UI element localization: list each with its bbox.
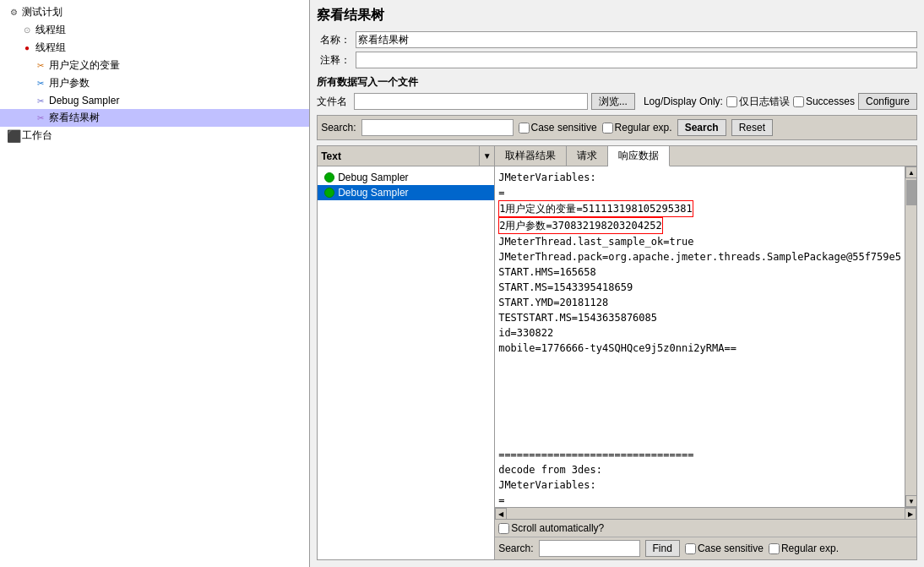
line-17 [498,432,901,447]
list-item-label-0: Debug Sampler [338,172,408,183]
tree-item-plan[interactable]: ⚙ 测试计划 [0,3,309,21]
tree-label-threadgroup1: 线程组 [35,23,66,37]
reset-button[interactable]: Reset [731,119,773,136]
errors-checkbox[interactable] [726,96,737,107]
comment-label: 注释： [317,53,351,68]
vertical-scrollbar[interactable]: ▲ ▼ [905,166,916,507]
line-9: TESTSTART.MS=1543635876085 [498,310,901,325]
threadgroup1-icon: ⊙ [20,24,34,37]
name-input[interactable] [356,31,917,48]
browse-button[interactable]: 浏览... [591,93,635,110]
scroll-left-btn[interactable]: ◀ [495,508,507,520]
highlight-line-3: 2用户参数=370832198203204252 [498,217,663,234]
case-sensitive-label[interactable]: Case sensitive [519,122,597,134]
line-4: JMeterThread.last_sample_ok=true [498,234,901,249]
line-3: 2用户参数=370832198203204252 [498,217,901,234]
line-20: JMeterVariables: [498,477,901,493]
h-scroll-track[interactable] [507,508,905,519]
green-dot-0 [324,172,334,183]
detail-panel: 取样器结果 请求 响应数据 JMeterVariables: = 1用户定义的变… [495,146,916,559]
list-header: Text ▼ [318,146,494,166]
tree-item-workbench[interactable]: ⬛ 工作台 [0,127,309,144]
errors-checkbox-label[interactable]: 仅日志错误 [726,95,790,109]
list-header-dropdown[interactable]: ▼ [479,146,494,166]
tab-response-data[interactable]: 响应数据 [608,146,670,166]
bottom-search-label: Search: [498,542,533,554]
successes-label: Successes [806,95,855,107]
file-input[interactable] [354,93,588,110]
case-sensitive-text: Case sensitive [531,122,597,134]
gear-icon: ⚙ [7,6,20,19]
threadgroup2-icon: ● [20,41,34,55]
bottom-bar: Scroll automatically? [495,519,916,537]
scroll-track[interactable] [905,178,916,495]
find-button[interactable]: Find [645,540,680,557]
search-button[interactable]: Search [677,119,726,136]
successes-checkbox-label[interactable]: Successes [793,95,855,107]
list-header-text: Text [318,150,479,162]
line-7: START.MS=1543395418659 [498,280,901,295]
tree-item-debugsampler[interactable]: ✂ Debug Sampler [0,92,309,109]
list-item-label-1: Debug Sampler [338,187,408,199]
comment-input[interactable] [356,52,917,68]
bottom-case-sensitive-text: Case sensitive [698,542,764,554]
case-sensitive-checkbox[interactable] [519,123,530,134]
detail-content: JMeterVariables: = 1用户定义的变量=511113198105… [495,166,905,507]
scroll-auto-checkbox[interactable] [498,523,509,534]
scroll-thumb[interactable] [906,180,916,205]
name-row: 名称： [317,31,917,48]
tab-request[interactable]: 请求 [567,146,608,166]
bottom-case-sensitive-label[interactable]: Case sensitive [685,542,764,554]
scissors-blue-icon: ✂ [34,77,47,90]
line-19: decode from 3des: [498,462,901,477]
tree-label-viewresult: 察看结果树 [49,111,100,125]
file-row: 文件名 浏览... Log/Display Only: 仅日志错误 Succes… [317,93,917,110]
line-5: JMeterThread.pack=org.apache.jmeter.thre… [498,249,901,264]
line-2: 1用户定义的变量=511113198105295381 [498,200,901,217]
content-area: Text ▼ Debug Sampler Debug Sampler 取样器结果… [317,145,917,560]
configure-button[interactable]: Configure [858,93,917,110]
scroll-up-btn[interactable]: ▲ [905,166,916,178]
comment-row: 注释： [317,52,917,68]
tree-item-userparams[interactable]: ✂ 用户参数 [0,74,309,92]
bottom-regular-exp-label[interactable]: Regular exp. [769,542,839,554]
tree-item-uservars[interactable]: ✂ 用户定义的变量 [0,57,309,74]
regular-exp-text: Regular exp. [615,122,672,134]
tree-item-threadgroup2[interactable]: ● 线程组 [0,39,309,57]
scroll-auto-label[interactable]: Scroll automatically? [498,522,604,534]
line-6: START.HMS=165658 [498,264,901,280]
tree-label-debugsampler: Debug Sampler [49,95,119,106]
search-row: Search: Case sensitive Regular exp. Sear… [317,115,917,140]
list-item-0[interactable]: Debug Sampler [318,170,494,185]
list-panel: Text ▼ Debug Sampler Debug Sampler [318,146,495,559]
horizontal-scrollbar[interactable]: ◀ ▶ [495,507,916,519]
line-13 [498,371,901,386]
right-panel: 察看结果树 名称： 注释： 所有数据写入一个文件 文件名 浏览... Log/D… [310,0,924,567]
list-items: Debug Sampler Debug Sampler [318,166,494,559]
panel-title: 察看结果树 [317,7,917,25]
line-15 [498,401,901,417]
scissors-icon: ✂ [34,59,47,73]
bottom-search-input[interactable] [539,540,640,557]
search-input[interactable] [361,119,514,136]
errors-label: 仅日志错误 [739,95,790,109]
tree-label-uservars: 用户定义的变量 [49,58,120,73]
scroll-down-btn[interactable]: ▼ [905,495,916,507]
search-label: Search: [321,122,356,134]
line-12 [498,356,901,371]
tree-label-threadgroup2: 线程组 [35,41,66,55]
line-18: ================================ [498,447,901,462]
scroll-right-btn[interactable]: ▶ [905,508,916,520]
tab-sampler-result[interactable]: 取样器结果 [495,146,567,166]
tree-item-threadgroup1[interactable]: ⊙ 线程组 [0,21,309,39]
successes-checkbox[interactable] [793,96,804,107]
tree-item-viewresult[interactable]: ✂ 察看结果树 [0,109,309,127]
bottom-case-sensitive-checkbox[interactable] [685,543,696,554]
bottom-regular-exp-text: Regular exp. [781,542,839,554]
regular-exp-checkbox[interactable] [602,123,613,134]
list-item-1[interactable]: Debug Sampler [318,185,494,200]
regular-exp-label[interactable]: Regular exp. [602,122,672,134]
bottom-regular-exp-checkbox[interactable] [769,543,780,554]
left-panel: ⚙ 测试计划 ⊙ 线程组 ● 线程组 ✂ 用户定义的变量 ✂ 用户参数 [0,0,310,567]
highlight-line-2: 1用户定义的变量=511113198105295381 [498,200,693,217]
